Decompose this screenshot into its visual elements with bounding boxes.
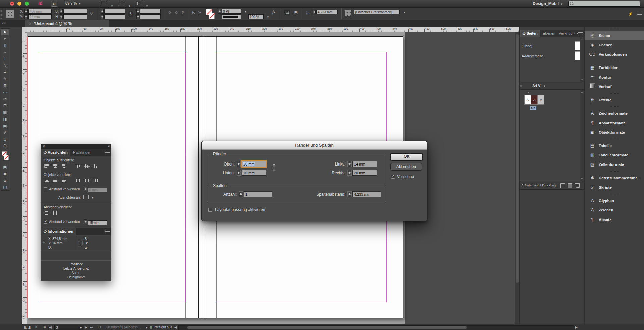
info-panel-header[interactable]: ◇ Informationen xyxy=(41,228,111,235)
document-tab[interactable]: ×*Unbenannt-4 @ 70 % xyxy=(25,20,109,27)
shear-angle-field[interactable] xyxy=(140,14,161,19)
dock-item-glyphen[interactable]: AGlyphen xyxy=(585,196,644,205)
panel-grip[interactable] xyxy=(1,9,2,19)
rotate-cw-icon[interactable]: ⟳ xyxy=(168,10,172,15)
dock-group-handle[interactable] xyxy=(610,93,619,94)
spacing-stepper[interactable] xyxy=(84,187,87,191)
masters-scrollbar[interactable]: ▲▼ xyxy=(580,37,584,82)
dock-item-datenzusammenf-hr-[interactable]: ✱Datenzusammenführ… xyxy=(585,173,644,183)
align-right-icon[interactable] xyxy=(61,163,66,170)
corner-options-icon[interactable]: ⬚ xyxy=(306,10,310,14)
preflight-profile-label[interactable]: [Grundprofil] (Arbeitsp… xyxy=(105,325,141,329)
horizontal-scrollbar[interactable] xyxy=(178,325,574,330)
dock-group-handle[interactable] xyxy=(610,194,619,194)
dock-item-objektformate[interactable]: ▣Objektformate xyxy=(585,128,644,137)
panel-menu-icon[interactable] xyxy=(578,32,583,36)
constrain-proportions-icon[interactable]: ⛉ xyxy=(90,11,93,16)
bottom-margin-field[interactable]: 20 mm xyxy=(241,170,266,176)
dock-group-handle[interactable] xyxy=(610,171,619,172)
spacing2-stepper[interactable] xyxy=(84,219,87,224)
wrap-off-icon[interactable]: ▤ xyxy=(284,10,290,15)
link-scale-icon[interactable]: 8 xyxy=(128,11,133,17)
scroll-up-icon[interactable]: ▲ xyxy=(580,91,584,93)
shear-stepper[interactable] xyxy=(136,14,139,19)
align-bottom-icon[interactable] xyxy=(93,163,98,170)
pencil-tool[interactable]: ✎ xyxy=(1,76,9,82)
new-page-icon[interactable] xyxy=(568,183,572,188)
panel-menu-icon[interactable] xyxy=(105,151,110,154)
minimize-window-button[interactable] xyxy=(17,2,21,6)
scroll-left-icon[interactable]: ◀ xyxy=(174,325,177,329)
flip-horizontal-icon[interactable]: P xyxy=(182,10,184,15)
use-spacing-checkbox[interactable] xyxy=(44,187,47,191)
next-page-icon[interactable]: ▶ xyxy=(85,325,87,329)
dock-item-effekte[interactable]: fxEffekte xyxy=(585,95,644,105)
align-top-icon[interactable] xyxy=(76,163,81,170)
page-range-badge[interactable]: 1-3 xyxy=(530,106,536,110)
zoom-tool[interactable]: Q xyxy=(1,143,9,149)
pen-tool[interactable]: ✒ xyxy=(1,69,9,76)
workspace-switcher[interactable]: Design_Mobil▼ xyxy=(533,1,563,6)
page-thumbnail[interactable]: A xyxy=(524,95,531,105)
x-value-field[interactable]: 406 mm xyxy=(28,9,52,14)
opacity-field[interactable]: 100 % xyxy=(248,14,264,19)
dock-item-zeichenformate[interactable]: AZeichenformate xyxy=(585,109,644,118)
ruler-origin-box[interactable] xyxy=(22,27,27,33)
preflight-doc-icon[interactable]: 🗋 xyxy=(98,325,101,329)
vertical-scrollbar[interactable] xyxy=(515,32,520,324)
scale-y-stepper[interactable] xyxy=(101,14,104,19)
tab-verknuepfungen[interactable]: Verknüp xyxy=(556,30,575,37)
distribute-vertical-center-icon[interactable] xyxy=(53,178,58,184)
pages-thumbnails-area[interactable]: ▼ AAA 1-3 ▲▼ xyxy=(520,90,584,181)
layout-adjust-checkbox[interactable] xyxy=(208,208,212,212)
dock-item-tabellenformate[interactable]: ▥Tabellenformate xyxy=(585,150,644,160)
scale-y-field[interactable] xyxy=(104,14,125,19)
collapse-panel-icon[interactable]: » xyxy=(108,144,110,148)
stroke-style-dropdown[interactable] xyxy=(222,14,241,19)
dock-group-handle[interactable] xyxy=(610,29,619,29)
object-style-dropdown[interactable]: [Einfacher Grafikrahmen]+ xyxy=(354,10,400,14)
height-value-field[interactable] xyxy=(63,14,87,19)
scale-x-field[interactable] xyxy=(104,9,125,14)
note-tool[interactable]: ▤ xyxy=(1,123,9,129)
scroll-down-icon[interactable]: ▼ xyxy=(580,78,584,81)
preview-checkbox[interactable] xyxy=(391,175,395,179)
selection-tool[interactable]: ➤ xyxy=(1,29,9,35)
fill-stroke-proxy[interactable] xyxy=(1,151,9,162)
dock-item-tabelle[interactable]: ▤Tabelle xyxy=(585,141,644,150)
corner-radius-field[interactable]: 4,233 mm xyxy=(316,10,338,14)
top-margin-field[interactable]: 20 mm xyxy=(241,161,266,167)
rectangle-frame-tool[interactable]: ⊠ xyxy=(1,82,9,89)
gradient-tool[interactable]: ▩ xyxy=(1,109,9,116)
use-spacing2-checkbox[interactable] xyxy=(44,220,47,224)
delete-page-icon[interactable] xyxy=(576,184,580,188)
cancel-button[interactable]: Abbrechen xyxy=(390,163,422,171)
dock-item-absatz[interactable]: ¶Absatz xyxy=(585,215,644,224)
dock-item-farbfelder[interactable]: ▦Farbfelder xyxy=(585,63,644,73)
quick-apply-icon[interactable]: ⚡ xyxy=(628,12,633,16)
tab-informationen[interactable]: ◇ Informationen xyxy=(41,228,76,235)
dock-item-verlauf[interactable]: Verlauf xyxy=(585,82,644,91)
reference-point-proxy[interactable] xyxy=(6,10,14,18)
width-value-field[interactable] xyxy=(63,9,87,14)
arrange-documents-dropdown[interactable] xyxy=(136,1,143,6)
left-margin-stepper[interactable] xyxy=(347,161,352,167)
close-window-button[interactable] xyxy=(10,2,14,6)
screen-mode-dropdown[interactable] xyxy=(118,1,125,6)
distribute-top-icon[interactable] xyxy=(44,178,50,184)
stroke-weight-field[interactable]: 0 Pt xyxy=(222,9,241,14)
collapse-to-icons-icon[interactable]: » xyxy=(573,31,575,35)
first-page-icon[interactable]: ⏮ xyxy=(43,325,46,329)
fill-color-swatch[interactable] xyxy=(209,13,215,19)
dock-item-seiten[interactable]: ⎘Seiten xyxy=(585,31,644,40)
right-margin-field[interactable]: 20 mm xyxy=(352,170,377,176)
scrollbar-thumb[interactable] xyxy=(187,326,467,329)
page-thumbnail[interactable]: A xyxy=(531,95,538,105)
rotate-ccw-icon[interactable]: ⟲ xyxy=(174,10,178,15)
zoom-level-dropdown[interactable]: 69,9 %▼ xyxy=(65,1,81,5)
scroll-up-icon[interactable]: ▲ xyxy=(580,38,584,41)
distribute-horizontal-center-icon[interactable] xyxy=(84,178,90,184)
type-tool[interactable]: T xyxy=(1,55,9,62)
y-value-field[interactable]: 22 mm xyxy=(28,14,52,19)
align-to-selection-icon[interactable] xyxy=(83,195,89,199)
